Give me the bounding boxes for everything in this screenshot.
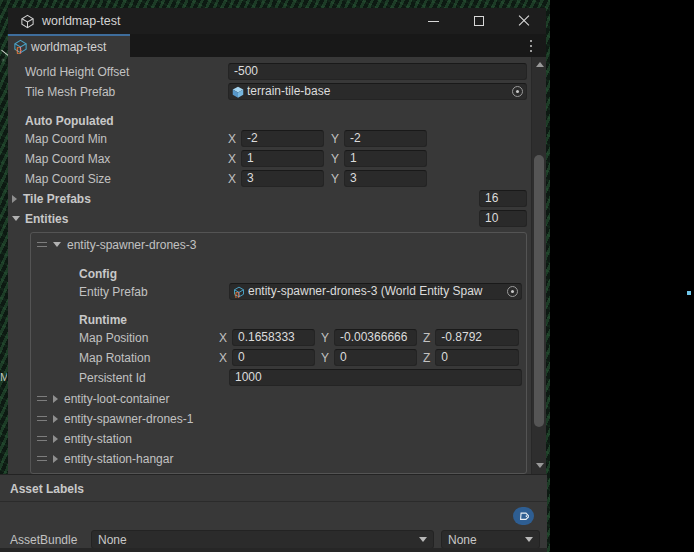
unity-cube-icon [20,14,35,29]
scrollbar-thumb[interactable] [534,155,544,427]
assetbundle-label: AssetBundle [10,533,77,547]
entity-row-station-hangar[interactable]: entity-station-hangar [37,450,173,467]
tile-prefabs-size-input[interactable]: 16 [479,190,527,207]
runtime-header: Runtime [79,313,127,327]
tab-worldmap-test[interactable]: {} worldmap-test [8,34,130,57]
map-position-x-input[interactable]: 0.1658333 [232,329,315,346]
maximize-button[interactable] [456,8,501,34]
svg-text:{}: {} [16,45,22,54]
foldout-collapsed-icon [12,195,17,203]
drag-handle-icon[interactable] [37,436,47,441]
world-height-offset-input[interactable]: -500 [228,63,527,80]
object-picker-icon[interactable] [512,86,523,97]
entities-size-input[interactable]: 10 [479,210,527,227]
scroll-up-arrow[interactable] [532,57,546,71]
entities-list-box: entity-spawner-drones-3 Config Entity Pr… [30,232,527,474]
map-coord-max-x-input[interactable]: 1 [241,150,324,167]
object-picker-icon[interactable] [507,286,518,297]
prefab-cube-icon [232,86,244,98]
entity-row-loot-container[interactable]: entity-loot-container [37,390,169,407]
axis-y-label: Y [321,331,329,345]
scriptable-object-icon: {} [233,286,245,298]
asset-labels-panel: Asset Labels AssetBundle None None [0,474,547,552]
window-title: worldmap-test [42,14,121,28]
drag-handle-icon[interactable] [37,242,47,247]
axis-y-label: Y [331,132,339,146]
foldout-collapsed-icon [53,415,58,423]
entities-foldout[interactable]: Entities [12,210,68,227]
map-rotation-x-input[interactable]: 0 [232,349,315,366]
persistent-id-input[interactable]: 1000 [229,369,522,386]
scriptable-object-icon: {} [13,39,28,54]
entity-prefab-object-field[interactable]: {} entity-spawner-drones-3 (World Entity… [229,283,522,300]
map-position-z-input[interactable]: -0.8792 [435,329,519,346]
blue-pixel-marker [687,291,691,295]
map-rotation-y-input[interactable]: 0 [334,349,417,366]
tile-prefabs-foldout[interactable]: Tile Prefabs [12,190,91,207]
axis-x-label: X [219,351,227,365]
entity-row-spawner-drones-1[interactable]: entity-spawner-drones-1 [37,410,193,427]
vertical-scrollbar[interactable] [531,57,546,474]
axis-y-label: Y [331,172,339,186]
map-coord-min-x-input[interactable]: -2 [241,130,324,147]
map-rotation-z-input[interactable]: 0 [435,349,519,366]
map-coord-min-y-input[interactable]: -2 [344,130,427,147]
black-side-panel [550,0,694,552]
more-menu-icon[interactable] [524,38,538,54]
window-titlebar[interactable]: worldmap-test [8,8,546,34]
map-rotation-label: Map Rotation [79,351,150,365]
worldmap-test-window: worldmap-test {} worldmap-test [8,8,546,474]
auto-populated-header: Auto Populated [25,114,114,128]
drag-handle-icon[interactable] [37,396,47,401]
axis-y-label: Y [321,351,329,365]
persistent-id-label: Persistent Id [79,371,146,385]
map-coord-size-x-input[interactable]: 3 [241,170,324,187]
entity-row-station[interactable]: entity-station [37,430,132,447]
maximize-icon [474,16,484,26]
inspector-content: World Height Offset -500 Tile Mesh Prefa… [8,57,546,474]
foldout-expanded-icon [12,216,20,221]
entity-prefab-label: Entity Prefab [79,285,148,299]
map-coord-size-label: Map Coord Size [25,172,111,186]
map-position-y-input[interactable]: -0.00366666 [334,329,417,346]
tile-mesh-prefab-label: Tile Mesh Prefab [25,85,115,99]
scroll-down-arrow[interactable] [532,458,546,472]
axis-z-label: Z [423,351,430,365]
map-coord-max-label: Map Coord Max [25,152,110,166]
scene-background-glyph: M [0,371,7,385]
map-coord-min-label: Map Coord Min [25,132,107,146]
panel-bottom-strip [0,548,547,552]
world-height-offset-label: World Height Offset [25,65,129,79]
minimize-button[interactable] [411,8,456,34]
axis-x-label: X [228,152,236,166]
foldout-collapsed-icon [53,455,58,463]
config-header: Config [79,267,117,281]
axis-y-label: Y [331,152,339,166]
svg-text:{}: {} [235,290,240,297]
foldout-collapsed-icon [53,395,58,403]
asset-labels-title: Asset Labels [10,482,84,496]
tile-mesh-prefab-object-field[interactable]: terrain-tile-base [228,83,527,100]
axis-z-label: Z [423,331,430,345]
close-button[interactable] [501,8,546,34]
tab-bar: {} worldmap-test [8,34,546,57]
drag-handle-icon[interactable] [37,416,47,421]
tag-icon [518,511,529,522]
tab-label: worldmap-test [31,40,106,54]
axis-x-label: X [219,331,227,345]
assetbundle-dropdown[interactable]: None [91,530,434,549]
assetbundle-variant-dropdown[interactable]: None [441,530,540,549]
entity-spawner-drones-3-foldout[interactable]: entity-spawner-drones-3 [37,236,196,253]
chevron-down-icon [419,537,427,542]
map-coord-size-y-input[interactable]: 3 [344,170,427,187]
axis-x-label: X [228,132,236,146]
desktop-background: M worldmap-test [0,0,694,552]
foldout-expanded-icon [53,242,61,247]
close-icon [518,15,530,27]
asset-label-tag-button[interactable] [513,507,534,525]
drag-handle-icon[interactable] [37,456,47,461]
minimize-icon [428,21,439,22]
foldout-collapsed-icon [53,435,58,443]
axis-x-label: X [228,172,236,186]
map-coord-max-y-input[interactable]: 1 [344,150,427,167]
